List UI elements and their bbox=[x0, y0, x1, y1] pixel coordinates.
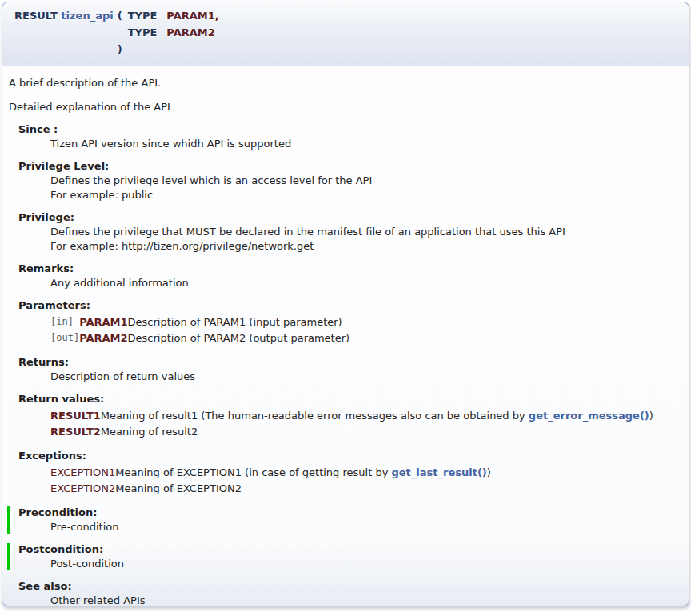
param-type: TYPE bbox=[128, 25, 167, 42]
privilege-heading: Privilege: bbox=[18, 211, 681, 224]
result-description: Meaning of result2 bbox=[101, 424, 653, 440]
remarks-heading: Remarks: bbox=[18, 262, 681, 275]
open-paren: ( bbox=[118, 8, 128, 25]
brief-description: A brief description of the API. bbox=[9, 77, 681, 90]
section-precondition: Precondition: Pre-condition bbox=[7, 506, 681, 534]
param-description: Description of PARAM1 (input parameter) bbox=[128, 314, 350, 330]
signature-row: TYPE PARAM2 bbox=[14, 25, 219, 42]
api-signature-header: RESULT tizen_api ( TYPE PARAM1, TYPE PAR… bbox=[2, 2, 689, 66]
exception-name: EXCEPTION2 bbox=[50, 481, 115, 497]
return-values-heading: Return values: bbox=[18, 393, 681, 406]
return-values-table: RESULT1 Meaning of result1 (The human-re… bbox=[50, 408, 653, 440]
exception-description-text: Meaning of EXCEPTION2 bbox=[115, 482, 242, 494]
return-value-row: RESULT1 Meaning of result1 (The human-re… bbox=[50, 408, 653, 424]
section-exceptions: Exceptions: EXCEPTION1 Meaning of EXCEPT… bbox=[18, 450, 681, 497]
postcondition-heading: Postcondition: bbox=[18, 543, 681, 556]
section-parameters: Parameters: [in] PARAM1 Description of P… bbox=[18, 299, 681, 346]
api-documentation-panel: RESULT tizen_api ( TYPE PARAM1, TYPE PAR… bbox=[2, 2, 689, 606]
function-name-link[interactable]: tizen_api bbox=[61, 10, 113, 22]
result-name: RESULT2 bbox=[50, 424, 101, 440]
parameter-row: [in] PARAM1 Description of PARAM1 (input… bbox=[50, 314, 349, 330]
see-also-heading: See also: bbox=[18, 580, 681, 593]
result-description-text: Meaning of result1 (The human-readable e… bbox=[101, 410, 529, 422]
parameters-table: [in] PARAM1 Description of PARAM1 (input… bbox=[50, 314, 349, 346]
param-description: Description of PARAM2 (output parameter) bbox=[128, 330, 350, 346]
close-paren: ) bbox=[118, 42, 128, 58]
return-value-row: RESULT2 Meaning of result2 bbox=[50, 424, 653, 440]
param-type: TYPE bbox=[128, 8, 167, 25]
exception-description-text: Meaning of EXCEPTION1 (in case of gettin… bbox=[115, 466, 391, 478]
section-line: For example: public bbox=[50, 189, 681, 202]
section-line: Description of return values bbox=[50, 370, 681, 383]
section-line: Other related APIs bbox=[50, 594, 681, 606]
section-since: Since : Tizen API version since whidh AP… bbox=[18, 123, 681, 150]
param-name: PARAM2 bbox=[166, 25, 218, 42]
signature-row: RESULT tizen_api ( TYPE PARAM1, bbox=[14, 8, 219, 25]
section-remarks: Remarks: Any additional information bbox=[18, 262, 681, 290]
param-direction: [in] bbox=[50, 314, 79, 330]
section-line: Tizen API version since whidh API is sup… bbox=[50, 138, 681, 150]
exception-description: Meaning of EXCEPTION1 (in case of gettin… bbox=[115, 465, 491, 481]
section-return-values: Return values: RESULT1 Meaning of result… bbox=[18, 393, 681, 440]
section-see-also: See also: Other related APIs bbox=[18, 580, 681, 606]
param-direction: [out] bbox=[50, 330, 79, 346]
precondition-heading: Precondition: bbox=[18, 506, 681, 519]
section-line: Post-condition bbox=[50, 558, 681, 570]
result-description-text: ) bbox=[649, 410, 653, 422]
result-description-text: Meaning of result2 bbox=[101, 426, 198, 438]
section-privilege-level: Privilege Level: Defines the privilege l… bbox=[18, 160, 681, 202]
exceptions-heading: Exceptions: bbox=[18, 450, 681, 462]
signature-table: RESULT tizen_api ( TYPE PARAM1, TYPE PAR… bbox=[14, 8, 219, 58]
section-privilege: Privilege: Defines the privilege that MU… bbox=[18, 211, 681, 253]
section-line: Pre-condition bbox=[50, 521, 681, 534]
exception-name: EXCEPTION1 bbox=[50, 465, 115, 481]
privilege-level-heading: Privilege Level: bbox=[18, 160, 681, 173]
exceptions-table: EXCEPTION1 Meaning of EXCEPTION1 (in cas… bbox=[50, 465, 491, 497]
section-line: For example: http://tizen.org/privilege/… bbox=[50, 240, 681, 253]
section-line: Defines the privilege level which is an … bbox=[50, 174, 681, 187]
return-type: RESULT bbox=[14, 10, 58, 22]
result-name: RESULT1 bbox=[50, 408, 101, 424]
last-result-link[interactable]: get_last_result() bbox=[391, 466, 486, 478]
signature-row: ) bbox=[14, 42, 219, 58]
result-description: Meaning of result1 (The human-readable e… bbox=[101, 408, 653, 424]
api-doc-body: A brief description of the API. Detailed… bbox=[2, 66, 689, 606]
param-name: PARAM2 bbox=[79, 330, 127, 346]
error-message-link[interactable]: get_error_message() bbox=[529, 410, 649, 422]
since-heading: Since : bbox=[18, 123, 681, 136]
section-returns: Returns: Description of return values bbox=[18, 356, 681, 383]
section-line: Defines the privilege that MUST be decla… bbox=[50, 226, 681, 238]
param-name: PARAM1 bbox=[79, 314, 127, 330]
section-postcondition: Postcondition: Post-condition bbox=[7, 543, 681, 570]
parameter-row: [out] PARAM2 Description of PARAM2 (outp… bbox=[50, 330, 349, 346]
exception-description-text: ) bbox=[487, 466, 491, 478]
param-name: PARAM1, bbox=[166, 8, 218, 25]
parameters-heading: Parameters: bbox=[18, 299, 681, 312]
section-line: Any additional information bbox=[50, 277, 681, 290]
detailed-description: Detailed explanation of the API bbox=[9, 101, 681, 114]
exception-row: EXCEPTION1 Meaning of EXCEPTION1 (in cas… bbox=[50, 465, 491, 481]
returns-heading: Returns: bbox=[18, 356, 681, 369]
exception-row: EXCEPTION2 Meaning of EXCEPTION2 bbox=[50, 481, 491, 497]
exception-description: Meaning of EXCEPTION2 bbox=[115, 481, 491, 497]
